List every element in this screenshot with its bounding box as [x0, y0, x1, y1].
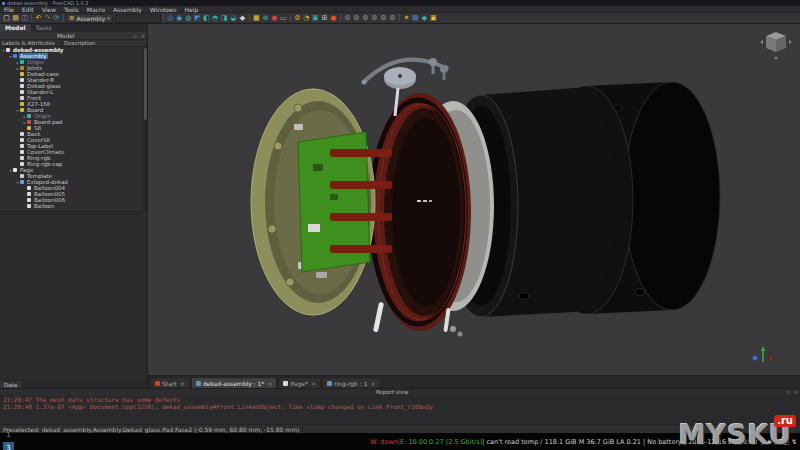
draw-style-icon[interactable]: ◍: [184, 13, 193, 23]
close-icon[interactable]: ×: [311, 380, 316, 387]
dock-float-icon[interactable]: ▫: [131, 33, 138, 39]
hot-constraint-icon[interactable]: ●: [329, 13, 338, 23]
close-icon[interactable]: ×: [267, 380, 272, 387]
menu-assembly[interactable]: Assembly: [109, 6, 146, 13]
tree-item-icon: [20, 72, 24, 76]
rear-view-icon[interactable]: ◒: [229, 13, 238, 23]
save-document-icon[interactable]: ◫: [20, 13, 29, 23]
dock-close-icon[interactable]: ×: [139, 33, 147, 39]
tree-item-icon: [27, 192, 31, 196]
tree-item-icon: [20, 144, 24, 148]
fixed-joint-icon[interactable]: ⚙: [343, 13, 352, 23]
ball-joint-icon[interactable]: ⚙: [379, 13, 388, 23]
open-document-icon[interactable]: ▤: [11, 13, 20, 23]
3d-viewport[interactable]: [148, 24, 800, 375]
workbench-label: Assembly: [76, 15, 105, 22]
workspace-3[interactable]: 3: [3, 442, 14, 450]
tree-scrollbar-thumb[interactable]: [144, 48, 147, 120]
create-joint-icon[interactable]: ⊞: [320, 13, 329, 23]
toolbar-combo-empty[interactable]: [115, 14, 161, 23]
new-document-icon[interactable]: ▢: [2, 13, 11, 23]
toggle-visibility-icon[interactable]: ●: [270, 13, 279, 23]
property-tabs: Data: [0, 380, 147, 388]
viewport-column: Start×dekad-assembly : 1*×Page*×ring-rgb…: [148, 24, 800, 388]
make-link-icon[interactable]: ⊕: [261, 13, 270, 23]
power-icon[interactable]: ↯: [791, 438, 797, 446]
cylindrical-joint-icon[interactable]: ⚙: [361, 13, 370, 23]
column-description[interactable]: Description: [62, 40, 147, 46]
top-view-icon[interactable]: ◓: [211, 13, 220, 23]
fit-all-icon[interactable]: ◎: [166, 13, 175, 23]
toolbar-separator: [290, 14, 291, 22]
doc-tab-label: Start: [162, 380, 177, 387]
tree-item-icon: [20, 132, 24, 136]
tree-item-icon: [20, 84, 24, 88]
tab-tasks[interactable]: Tasks: [31, 24, 57, 32]
doc-tab-page[interactable]: Page*×: [278, 377, 321, 388]
toolbar-separator: [399, 14, 400, 22]
chevron-down-icon: ▾: [107, 15, 110, 21]
tree-scrollbar[interactable]: [143, 47, 147, 211]
refresh-icon[interactable]: ⟳: [52, 13, 61, 23]
tree-item-icon: [20, 78, 24, 82]
front-view-icon[interactable]: ◧: [202, 13, 211, 23]
doc-tab-dekad-assembly[interactable]: dekad-assembly : 1*×: [191, 377, 278, 388]
bill-of-materials-icon[interactable]: ▤: [411, 13, 420, 23]
edit-placement-icon[interactable]: ▭: [279, 13, 288, 23]
document-icon: [327, 381, 332, 386]
tree-item-icon: [20, 150, 24, 154]
model-panel: Model Tasks Model ▫ × Labels & Attribute…: [0, 24, 148, 388]
doc-tab-ring-rgb[interactable]: ring-rgb : 1×: [322, 377, 381, 388]
doc-tab-label: dekad-assembly : 1*: [203, 380, 265, 387]
navigation-cube[interactable]: [760, 32, 792, 60]
create-assembly-icon[interactable]: ◔: [302, 13, 311, 23]
misc-tool-icon[interactable]: ▣: [429, 13, 438, 23]
menu-tools[interactable]: Tools: [60, 6, 83, 13]
close-icon[interactable]: ×: [180, 380, 185, 387]
close-icon[interactable]: ×: [371, 380, 376, 387]
tab-model[interactable]: Model: [0, 24, 31, 32]
model-tree: ▾dekad-assembly▾Assembly▸Origin▸JointsDe…: [0, 47, 147, 211]
exploded-view-icon[interactable]: ✶: [402, 13, 411, 23]
tree-item-icon: [20, 162, 24, 166]
menu-bar: FileEditViewToolsMacroAssemblyWindowsHel…: [0, 6, 800, 13]
slider-joint-icon[interactable]: ⚙: [370, 13, 379, 23]
tree-item-label: Balloon: [33, 203, 55, 209]
tree-item-icon: [13, 168, 17, 172]
assembly-3d-view: [148, 24, 800, 375]
simulation-icon[interactable]: ◆: [420, 13, 429, 23]
menu-macro[interactable]: Macro: [83, 6, 109, 13]
menu-file[interactable]: File: [0, 6, 18, 13]
doc-tab-start[interactable]: Start×: [150, 377, 190, 388]
tree-item-icon: [20, 138, 24, 142]
workspace-1[interactable]: 1: [3, 429, 14, 442]
measure-icon[interactable]: ◆: [238, 13, 247, 23]
revolute-joint-icon[interactable]: ⚙: [352, 13, 361, 23]
toolbar-separator: [340, 14, 341, 22]
tree-item-icon: [20, 90, 24, 94]
screws-3d[interactable]: [429, 58, 448, 80]
column-labels-attributes[interactable]: Labels & Attributes: [0, 40, 62, 46]
tree-item-icon: [20, 174, 24, 178]
tree-item-balloon[interactable]: Balloon: [0, 203, 147, 209]
insert-component-icon[interactable]: ▣: [311, 13, 320, 23]
right-view-icon[interactable]: ◨: [220, 13, 229, 23]
document-icon: [196, 381, 201, 386]
front-ring-3d[interactable]: [369, 93, 471, 331]
solve-assembly-icon[interactable]: ⚙: [293, 13, 302, 23]
part-box-icon[interactable]: ▦: [252, 13, 261, 23]
toolbar-separator: [31, 14, 32, 22]
menu-help[interactable]: Help: [181, 6, 203, 13]
menu-windows[interactable]: Windows: [146, 6, 181, 13]
isometric-view-icon[interactable]: ◩: [193, 13, 202, 23]
zoom-selection-icon[interactable]: ◉: [175, 13, 184, 23]
toolbar-separator: [163, 14, 164, 22]
undo-icon[interactable]: ↶: [34, 13, 43, 23]
distance-joint-icon[interactable]: ⚙: [388, 13, 397, 23]
menu-edit[interactable]: Edit: [18, 6, 38, 13]
workbench-icon: ⚙: [69, 14, 74, 22]
menu-view[interactable]: View: [38, 6, 60, 13]
workspace-switcher: 13: [3, 429, 15, 450]
redo-icon[interactable]: ↷: [43, 13, 52, 23]
workbench-selector[interactable]: ⚙Assembly▾: [66, 14, 113, 23]
